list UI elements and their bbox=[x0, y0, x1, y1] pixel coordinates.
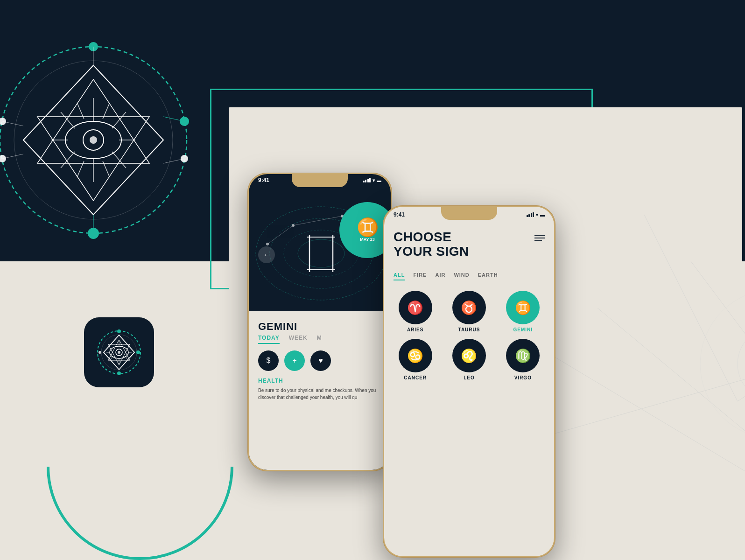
tab-month[interactable]: M bbox=[317, 335, 322, 344]
back-tabs: TODAY WEEK M bbox=[249, 335, 391, 344]
svg-point-13 bbox=[90, 136, 97, 144]
back-status-time: 9:41 bbox=[258, 177, 269, 183]
svg-point-55 bbox=[98, 351, 101, 354]
title-line2: YOUR SIGN bbox=[394, 245, 469, 259]
cancer-label: CANCER bbox=[404, 375, 427, 380]
virgo-circle: ♍ bbox=[506, 339, 540, 372]
health-icon-btn[interactable]: + bbox=[284, 350, 305, 371]
svg-point-54 bbox=[117, 371, 121, 375]
leo-label: LEO bbox=[464, 375, 475, 380]
svg-point-45 bbox=[118, 351, 120, 354]
zodiac-grid: ♈ ARIES ♉ TAURUS ♊ GEMINI ♋ CANCER ♌ bbox=[392, 291, 547, 380]
svg-point-52 bbox=[117, 329, 121, 333]
svg-line-38 bbox=[2, 121, 23, 126]
svg-point-61 bbox=[298, 239, 344, 267]
front-header: CHOOSE YOUR SIGN bbox=[394, 230, 545, 259]
svg-line-36 bbox=[163, 159, 184, 163]
signal-icon bbox=[363, 178, 371, 182]
back-arrow-icon: ← bbox=[263, 251, 270, 259]
svg-line-21 bbox=[112, 112, 126, 128]
tab-week[interactable]: WEEK bbox=[289, 335, 308, 344]
front-status-bar: 9:41 ▾ ▬ bbox=[394, 211, 545, 218]
back-phone: 9:41 ▾ ▬ bbox=[247, 173, 392, 471]
money-icon-btn[interactable]: $ bbox=[258, 350, 279, 371]
zodiac-item-aries[interactable]: ♈ ARIES bbox=[392, 291, 439, 332]
svg-point-7 bbox=[700, 289, 745, 439]
svg-point-6 bbox=[738, 327, 745, 401]
leo-circle: ♌ bbox=[452, 339, 486, 372]
back-phone-screen: 9:41 ▾ ▬ bbox=[249, 174, 391, 470]
filter-earth[interactable]: EARTH bbox=[478, 272, 498, 280]
body-text: Be sure to do your physical and me check… bbox=[249, 387, 391, 401]
category-icons: $ + ♥ bbox=[249, 350, 391, 371]
filter-tabs: ALL FIRE AIR WIND EARTH bbox=[394, 272, 545, 280]
front-phone-screen: 9:41 ▾ ▬ CHOOSE YOUR SIGN bbox=[384, 207, 554, 556]
zodiac-item-cancer[interactable]: ♋ CANCER bbox=[392, 339, 439, 380]
hero-eye-symbol bbox=[0, 5, 219, 275]
svg-line-16 bbox=[61, 152, 75, 168]
svg-line-67 bbox=[293, 216, 342, 225]
front-signal-icon bbox=[527, 212, 534, 217]
front-phone: 9:41 ▾ ▬ CHOOSE YOUR SIGN bbox=[383, 205, 555, 558]
app-icon-graphic bbox=[93, 327, 145, 378]
svg-line-39 bbox=[2, 154, 23, 159]
tab-today[interactable]: TODAY bbox=[258, 335, 280, 344]
gemini-title: GEMINI bbox=[249, 311, 391, 335]
front-wifi-icon: ▾ bbox=[536, 212, 538, 217]
front-status-time: 9:41 bbox=[394, 211, 405, 218]
back-light-section: GEMINI TODAY WEEK M $ + ♥ HEALTH Be sure… bbox=[249, 311, 391, 470]
app-icon[interactable] bbox=[84, 317, 154, 387]
back-status-icons: ▾ ▬ bbox=[363, 178, 382, 183]
zodiac-item-taurus[interactable]: ♉ TAURUS bbox=[445, 291, 492, 332]
svg-line-4 bbox=[597, 308, 745, 541]
gemini-date: MAY 23 bbox=[360, 237, 375, 242]
cancer-circle: ♋ bbox=[399, 339, 432, 372]
virgo-label: VIRGO bbox=[514, 375, 532, 380]
zodiac-item-gemini[interactable]: ♊ GEMINI bbox=[499, 291, 547, 332]
svg-line-2 bbox=[551, 355, 745, 495]
title-line1: CHOOSE bbox=[394, 230, 469, 245]
back-status-bar: 9:41 ▾ ▬ bbox=[258, 177, 381, 183]
back-phone-frame: 9:41 ▾ ▬ bbox=[247, 173, 392, 471]
filter-all[interactable]: ALL bbox=[394, 272, 405, 280]
zodiac-item-virgo[interactable]: ♍ VIRGO bbox=[499, 339, 547, 380]
svg-point-53 bbox=[136, 350, 140, 354]
svg-line-17 bbox=[112, 152, 126, 168]
filter-wind[interactable]: WIND bbox=[454, 272, 469, 280]
taurus-circle: ♉ bbox=[452, 291, 486, 324]
gemini-circle: ♊ bbox=[506, 291, 540, 324]
aries-circle: ♈ bbox=[399, 291, 432, 324]
gemini-symbol: ♊ bbox=[357, 218, 379, 236]
teal-arc-decoration bbox=[47, 467, 233, 560]
wifi-icon: ▾ bbox=[372, 178, 375, 183]
back-button[interactable]: ← bbox=[258, 246, 275, 263]
love-icon-btn[interactable]: ♥ bbox=[310, 350, 331, 371]
filter-fire[interactable]: FIRE bbox=[413, 272, 427, 280]
front-status-icons: ▾ ▬ bbox=[527, 212, 545, 217]
front-phone-frame: 9:41 ▾ ▬ CHOOSE YOUR SIGN bbox=[383, 205, 555, 558]
svg-line-0 bbox=[644, 215, 738, 401]
zodiac-item-leo[interactable]: ♌ LEO bbox=[445, 339, 492, 380]
battery-icon: ▬ bbox=[377, 178, 381, 183]
svg-line-66 bbox=[267, 225, 293, 244]
svg-line-20 bbox=[61, 112, 75, 128]
filter-air[interactable]: AIR bbox=[435, 272, 445, 280]
gemini-label: GEMINI bbox=[513, 327, 533, 332]
section-title: HEALTH bbox=[249, 378, 391, 387]
front-battery-icon: ▬ bbox=[540, 212, 545, 217]
taurus-label: TAURUS bbox=[458, 327, 480, 332]
front-title: CHOOSE YOUR SIGN bbox=[394, 230, 469, 259]
aries-label: ARIES bbox=[407, 327, 424, 332]
svg-line-3 bbox=[691, 261, 745, 448]
hamburger-menu-icon[interactable] bbox=[534, 233, 545, 243]
